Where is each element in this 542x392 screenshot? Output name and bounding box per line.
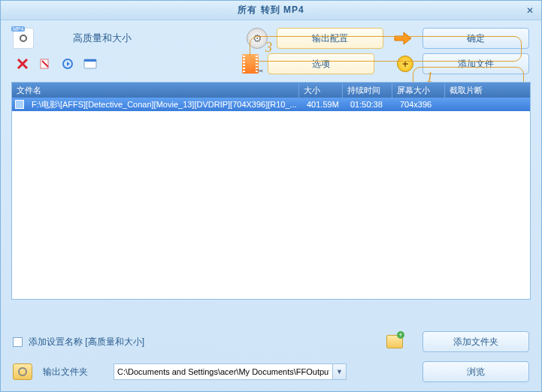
cell-screensize: 704x396: [395, 98, 448, 110]
play-icon[interactable]: [61, 57, 74, 71]
options-button[interactable]: 选项: [268, 53, 374, 74]
add-folder-button[interactable]: 添加文件夹: [422, 331, 529, 352]
cell-cut: [448, 103, 530, 106]
title-bar: 所有 转到 MP4 ✕: [1, 1, 541, 20]
cell-filename: F:\电影\[AFFS][Detective_Conan][Movie_13][…: [27, 98, 302, 112]
table-row[interactable]: F:\电影\[AFFS][Detective_Conan][Movie_13][…: [12, 98, 530, 111]
add-settings-checkbox[interactable]: [13, 337, 23, 347]
output-config-button[interactable]: 输出配置: [277, 28, 383, 49]
output-folder-label: 输出文件夹: [43, 366, 103, 378]
bottom-panel: 添加设置名称 [高质量和大小] 添加文件夹 输出文件夹 ▼ 浏览: [1, 324, 541, 391]
remove-icon[interactable]: [16, 57, 29, 71]
ok-button[interactable]: 确定: [422, 28, 529, 49]
add-file-icon[interactable]: +: [397, 56, 413, 72]
cell-duration: 01:50:38: [346, 98, 395, 110]
row-type-icon: [15, 100, 24, 109]
svg-rect-3: [84, 59, 96, 62]
output-path-combo[interactable]: ▼: [114, 363, 347, 380]
col-cut[interactable]: 截取片断: [445, 83, 530, 98]
add-folder-icon[interactable]: [386, 335, 403, 348]
info-icon[interactable]: [83, 57, 97, 71]
close-button[interactable]: ✕: [523, 4, 537, 17]
output-config-icon[interactable]: ⚙: [247, 28, 268, 49]
output-folder-icon[interactable]: [13, 363, 32, 380]
output-path-dropdown[interactable]: ▼: [332, 364, 346, 379]
browse-button[interactable]: 浏览: [422, 361, 529, 382]
app-window: 所有 转到 MP4 ✕ 高质量和大小 ⚙ 输出配置 确定 ✂ 选项 + 添加文件…: [0, 0, 542, 392]
clear-icon[interactable]: [38, 57, 52, 71]
window-title: 所有 转到 MP4: [238, 4, 304, 17]
format-mp4-icon[interactable]: [13, 28, 34, 49]
arrow-icon: [392, 28, 413, 49]
col-screensize[interactable]: 屏幕大小: [392, 83, 445, 98]
add-file-button[interactable]: 添加文件: [422, 53, 529, 74]
file-table: 文件名 大小 持续时间 屏幕大小 截取片断 F:\电影\[AFFS][Detec…: [11, 82, 531, 300]
table-header: 文件名 大小 持续时间 屏幕大小 截取片断: [12, 83, 530, 98]
cell-size: 401.59M: [302, 98, 346, 110]
toolbar-row-2: ✂ 选项 + 添加文件: [1, 53, 541, 79]
output-row: 输出文件夹 ▼ 浏览: [13, 361, 529, 382]
quality-label: 高质量和大小: [73, 32, 132, 45]
left-icon-group: [16, 57, 97, 71]
col-filename[interactable]: 文件名: [12, 83, 299, 98]
add-settings-label: 添加设置名称 [高质量和大小]: [29, 336, 144, 348]
edit-video-icon[interactable]: ✂: [242, 54, 259, 74]
output-path-input[interactable]: [114, 367, 332, 376]
toolbar-row-1: 高质量和大小 ⚙ 输出配置 确定: [1, 20, 541, 53]
col-duration[interactable]: 持续时间: [343, 83, 392, 98]
add-settings-row: 添加设置名称 [高质量和大小] 添加文件夹: [13, 331, 529, 352]
col-size[interactable]: 大小: [299, 83, 343, 98]
